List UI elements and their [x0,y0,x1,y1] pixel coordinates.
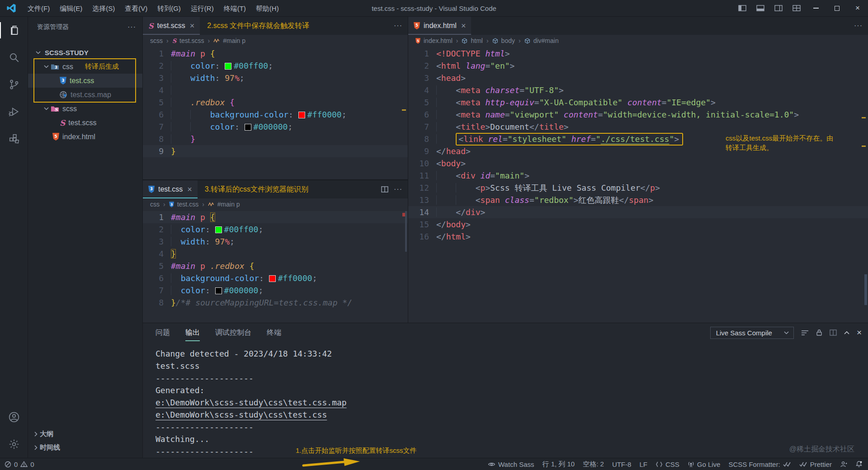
menu-selection[interactable]: 选择(S) [87,0,120,17]
encoding[interactable]: UTF-8 [612,461,632,468]
lock-scroll-icon[interactable] [816,329,822,336]
tree-folder-css[interactable]: 3 css 转译后生成 [28,60,142,74]
output-file-link[interactable]: e:\DemoWork\scss-study\css\test.css [156,409,868,421]
breadcrumb-symbol[interactable]: html [471,37,482,44]
breadcrumb-symbol[interactable]: body [501,37,515,44]
tree-folder-scss[interactable]: S scss [28,102,142,116]
window-minimize-button[interactable] [806,0,826,16]
editor-pane-test-scss: S test.scss × 2.scss 文件中保存就会触发转译 ··· scs… [143,17,408,180]
breadcrumb-file[interactable]: test.css [177,201,198,208]
split-editor-icon[interactable] [381,186,388,193]
indentation[interactable]: 空格: 2 [583,460,604,469]
line-number: 6 [408,108,436,121]
chevron-down-icon [784,331,789,334]
code-line: 2 color: #00ff00; [143,223,408,235]
panel-tab-problems[interactable]: 问题 [156,325,170,340]
breadcrumb-file[interactable]: test.scss [179,37,204,44]
code-line: 1<!DOCTYPE html> [408,47,868,60]
breadcrumb-file[interactable]: index.html [424,37,453,44]
tree-file-test-css[interactable]: 3 test.css [28,74,142,88]
notifications-bell-icon[interactable] [855,461,863,468]
editor-more-actions-icon[interactable]: ··· [394,185,402,193]
menu-go[interactable]: 转到(G) [152,0,186,17]
css-map-file-icon [60,91,67,99]
tab-index-html[interactable]: 5 index.html × [408,17,471,35]
output-line: -------------------- [156,445,868,457]
tree-file-test-css-map[interactable]: test.css.map [28,88,142,102]
menu-help[interactable]: 帮助(H) [251,0,284,17]
close-icon[interactable]: × [187,185,192,194]
scss-folder-icon: S [51,105,59,113]
section-timeline[interactable]: 时间线 [28,441,142,454]
editor-more-actions-icon[interactable]: ··· [854,22,863,30]
menu-file[interactable]: 文件(F) [23,0,55,17]
breadcrumb-symbol[interactable]: div#main [533,37,559,44]
editor-more-actions-icon[interactable]: ··· [394,22,402,30]
split-panel-icon[interactable] [830,329,837,336]
tree-file-index-html[interactable]: 5 index.html [28,130,142,144]
problems-status[interactable]: 0 0 [5,461,34,468]
feedback-person-icon[interactable] [840,461,847,468]
breadcrumb-folder[interactable]: css [150,201,160,208]
breadcrumb-symbol[interactable]: #main p [217,201,240,208]
activity-run-debug[interactable] [0,98,28,125]
watch-sass-button[interactable]: Watch Sass [488,461,534,468]
section-label: 时间线 [40,443,60,452]
panel-tab-terminal[interactable]: 终端 [267,325,281,340]
customize-layout-icon[interactable] [788,0,806,16]
activity-account[interactable] [0,404,28,431]
menu-run[interactable]: 运行(R) [186,0,219,17]
output-wordwrap-icon[interactable] [801,330,809,336]
section-outline[interactable]: 大纲 [28,427,142,441]
maximize-panel-icon[interactable] [844,331,849,334]
prettier-status[interactable]: Prettier [799,461,832,468]
tab-test-css[interactable]: 3 test.css × [143,180,198,198]
activity-extensions[interactable] [0,125,28,152]
panel-tab-output[interactable]: 输出 [185,325,200,340]
activity-settings-gear[interactable] [0,431,28,458]
output-log[interactable]: Change detected - 2023/4/18 14:33:42test… [143,342,868,457]
code-editor-test-css[interactable]: 1#main p {2 color: #00ff00;3 width: 97%;… [143,210,408,309]
toggle-secondary-sidebar-icon[interactable] [769,0,788,16]
output-channel-select[interactable]: Live Sass Compile [710,327,794,339]
annotation-step2: 2.scss 文件中保存就会触发转译 [207,21,309,31]
close-icon[interactable]: × [190,21,195,31]
line-number: 10 [408,157,436,169]
explorer-more-actions-icon[interactable]: ··· [127,23,136,31]
close-icon[interactable]: × [461,21,466,31]
annotation-box-link-line: <link rel="stylesheet" href="./css/test.… [456,133,683,146]
window-close-button[interactable]: × [847,0,868,16]
window-maximize-button[interactable] [826,0,847,16]
code-line: 13 <span class="redbox">红色高跟鞋</span> [408,194,868,206]
activity-search[interactable] [0,44,28,71]
menu-terminal[interactable]: 终端(T) [219,0,251,17]
scrollbar[interactable] [864,274,867,305]
cursor-position[interactable]: 行 1, 列 10 [542,460,575,469]
toggle-panel-icon[interactable] [751,0,769,16]
chevron-down-icon [34,51,42,54]
color-swatch [215,226,222,233]
svg-text:3: 3 [55,66,57,70]
close-panel-icon[interactable]: × [857,328,862,338]
tab-test-scss[interactable]: S test.scss × [143,17,200,35]
panel-tab-debug-console[interactable]: 调试控制台 [215,325,251,340]
go-live-button[interactable]: Go Live [688,461,721,468]
scss-formatter-status[interactable]: SCSS Formatter: [728,461,791,468]
activity-source-control[interactable] [0,71,28,98]
code-line: 5 <meta http-equiv="X-UA-Compatible" con… [408,96,868,108]
output-file-link[interactable]: e:\DemoWork\scss-study\css\test.css.map [156,396,868,409]
tree-file-test-scss[interactable]: S test.scss [28,116,142,130]
line-number: 3 [143,235,171,248]
breadcrumb-folder[interactable]: scss [150,37,163,44]
code-line: 14 </div> [408,206,868,218]
line-number: 1 [143,47,171,60]
eol-sequence[interactable]: LF [639,461,647,468]
toggle-sidebar-icon[interactable] [733,0,751,16]
breadcrumb-symbol[interactable]: #main p [223,37,245,44]
language-mode[interactable]: CSS [656,461,679,468]
tree-root-scss-study[interactable]: SCSS-STUDY [28,46,142,60]
code-editor-test-scss[interactable]: 1#main p {2 color: #00ff00;3 width: 97%;… [143,47,408,157]
activity-explorer[interactable] [0,17,28,44]
menu-view[interactable]: 查看(V) [120,0,152,17]
menu-edit[interactable]: 编辑(E) [55,0,87,17]
